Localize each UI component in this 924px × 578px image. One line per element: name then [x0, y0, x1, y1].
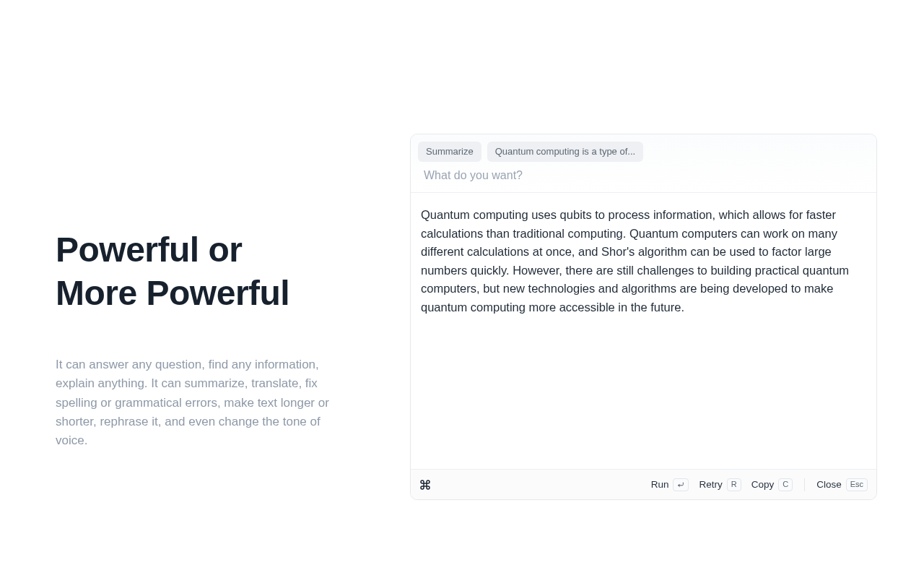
- return-icon: [677, 481, 684, 488]
- chip-context[interactable]: Quantum computing is a type of...: [487, 142, 643, 162]
- hero-headline: Powerful or More Powerful: [56, 228, 359, 315]
- hero-headline-line2: More Powerful: [56, 274, 289, 312]
- close-button[interactable]: Close Esc: [816, 478, 868, 491]
- card-footer: Run Retry R Copy C Close: [411, 469, 876, 499]
- output-text: Quantum computing uses qubits to process…: [421, 206, 866, 316]
- command-icon: [419, 479, 431, 491]
- retry-button[interactable]: Retry R: [699, 478, 741, 491]
- copy-button[interactable]: Copy C: [751, 478, 793, 491]
- card-body: Quantum computing uses qubits to process…: [411, 193, 876, 469]
- hero-section: Powerful or More Powerful It can answer …: [56, 228, 359, 451]
- chip-action[interactable]: Summarize: [418, 142, 481, 162]
- copy-label: Copy: [751, 479, 775, 490]
- run-shortcut: [673, 478, 689, 491]
- assistant-card: Summarize Quantum computing is a type of…: [410, 134, 877, 500]
- run-button[interactable]: Run: [651, 478, 689, 491]
- hero-subtext: It can answer any question, find any inf…: [56, 355, 337, 451]
- close-label: Close: [816, 479, 842, 490]
- footer-divider: [804, 478, 805, 491]
- retry-label: Retry: [699, 479, 722, 490]
- close-shortcut: Esc: [846, 478, 868, 491]
- card-header: Summarize Quantum computing is a type of…: [411, 134, 876, 193]
- prompt-input[interactable]: [424, 169, 863, 182]
- chip-row: Summarize Quantum computing is a type of…: [418, 142, 869, 162]
- copy-shortcut: C: [778, 478, 793, 491]
- prompt-row: [418, 162, 869, 192]
- retry-shortcut: R: [727, 478, 741, 491]
- hero-headline-line1: Powerful or: [56, 230, 243, 269]
- run-label: Run: [651, 479, 669, 490]
